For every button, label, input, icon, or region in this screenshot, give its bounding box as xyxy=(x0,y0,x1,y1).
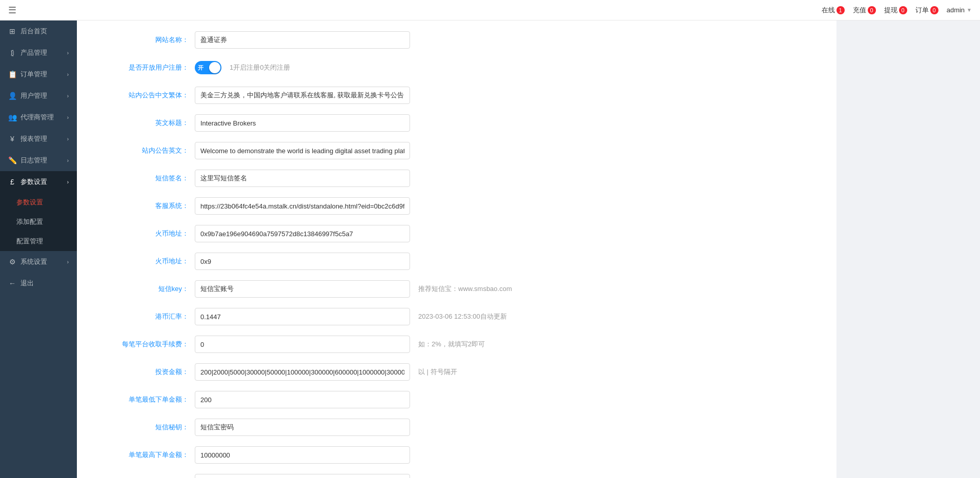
label-invest-amount: 投资金额： xyxy=(92,367,195,377)
sidebar-item-system[interactable]: ⚙ 系统设置 › xyxy=(0,251,77,273)
sidebar-item-agents[interactable]: 👥 代理商管理 › xyxy=(0,107,77,128)
sidebar-item-params[interactable]: £ 参数设置 › xyxy=(0,171,77,193)
input-huobi-address2[interactable] xyxy=(195,253,410,270)
input-sms-key[interactable] xyxy=(195,280,410,298)
form-row-min-order: 单笔最低下单金额： xyxy=(92,390,821,409)
params-submenu: 参数设置 添加配置 配置管理 xyxy=(0,193,77,251)
input-sms-secret[interactable] xyxy=(195,419,410,436)
form-row-invest-amount: 投资金额： 以 | 符号隔开 xyxy=(92,363,821,381)
input-max-order[interactable] xyxy=(195,446,410,464)
form-row-huobi-address2: 火币地址： xyxy=(92,252,821,271)
form-row-en-title: 英文标题： xyxy=(92,114,821,132)
withdraw-badge: 提现 0 xyxy=(884,6,907,15)
label-notice-en: 站内公告英文： xyxy=(92,146,195,155)
input-sms-template[interactable] xyxy=(195,474,410,478)
form-row-customer-service: 客服系统： xyxy=(92,197,821,215)
system-icon: ⚙ xyxy=(8,258,16,266)
admin-name: admin xyxy=(947,6,965,14)
main-layout: ⊞ 后台首页 ₿ 产品管理 › 📋 订单管理 › 👤 用户管理 › 👥 代理商管… xyxy=(0,20,980,478)
form-row-huobi-address1: 火币地址： xyxy=(92,224,821,243)
products-arrow-icon: › xyxy=(67,50,69,56)
sidebar-label-params: 参数设置 xyxy=(21,177,47,186)
label-platform-fee: 每笔平台收取手续费： xyxy=(92,340,195,349)
sidebar-label-agents: 代理商管理 xyxy=(21,113,54,122)
input-sms-sign[interactable] xyxy=(195,170,410,187)
logs-arrow-icon: › xyxy=(67,158,69,163)
form-row-notice-en: 站内公告英文： xyxy=(92,141,821,160)
recharge-count: 0 xyxy=(868,6,876,14)
input-en-title[interactable] xyxy=(195,114,410,132)
withdraw-count: 0 xyxy=(899,6,907,14)
admin-arrow-icon: ▼ xyxy=(967,7,972,13)
sidebar-sub-add-config[interactable]: 添加配置 xyxy=(0,212,77,232)
hint-hk-rate: 2023-03-06 12:53:00自动更新 xyxy=(418,312,507,321)
input-platform-fee[interactable] xyxy=(195,336,410,353)
form-row-sms-template: 短信模板： xyxy=(92,473,821,478)
logs-icon: ✏️ xyxy=(8,156,16,164)
admin-menu[interactable]: admin ▼ xyxy=(947,6,972,14)
toggle-user-register[interactable]: 开 xyxy=(195,61,221,74)
dashboard-icon: ⊞ xyxy=(8,27,16,35)
hamburger-icon[interactable]: ☰ xyxy=(8,5,16,16)
header-left: ☰ xyxy=(8,5,16,16)
sidebar-label-products: 产品管理 xyxy=(21,48,47,57)
products-icon: ₿ xyxy=(8,49,16,57)
online-count: 1 xyxy=(836,6,845,14)
input-notice-en[interactable] xyxy=(195,142,410,159)
sidebar-label-logs: 日志管理 xyxy=(21,156,47,165)
hint-invest-amount: 以 | 符号隔开 xyxy=(418,367,457,377)
params-icon: £ xyxy=(8,178,16,186)
main-content: 网站名称： 是否开放用户注册： 开 1开启注册0关闭注册 站内公告中文繁体： xyxy=(77,20,836,478)
label-max-order: 单笔最高下单金额： xyxy=(92,450,195,460)
input-notice-cn[interactable] xyxy=(195,87,410,104)
order-label: 订单 xyxy=(915,6,929,15)
agents-arrow-icon: › xyxy=(67,115,69,120)
label-huobi-address2: 火币地址： xyxy=(92,257,195,266)
input-invest-amount[interactable] xyxy=(195,363,410,381)
orders-arrow-icon: › xyxy=(67,72,69,77)
right-panel xyxy=(836,20,980,478)
input-hk-rate[interactable] xyxy=(195,308,410,325)
label-en-title: 英文标题： xyxy=(92,118,195,128)
hint-platform-fee: 如：2%，就填写2即可 xyxy=(418,340,485,349)
sidebar: ⊞ 后台首页 ₿ 产品管理 › 📋 订单管理 › 👤 用户管理 › 👥 代理商管… xyxy=(0,20,77,478)
sidebar-label-orders: 订单管理 xyxy=(21,70,47,79)
sidebar-label-reports: 报表管理 xyxy=(21,134,47,143)
orders-icon: 📋 xyxy=(8,70,16,78)
label-site-name: 网站名称： xyxy=(92,35,195,45)
input-huobi-address1[interactable] xyxy=(195,225,410,242)
input-min-order[interactable] xyxy=(195,391,410,408)
sidebar-item-logs[interactable]: ✏️ 日志管理 › xyxy=(0,150,77,171)
sidebar-sub-config-manage[interactable]: 配置管理 xyxy=(0,232,77,251)
sidebar-sub-params-settings[interactable]: 参数设置 xyxy=(0,193,77,212)
sidebar-item-reports[interactable]: ¥ 报表管理 › xyxy=(0,128,77,150)
agents-icon: 👥 xyxy=(8,113,16,121)
sidebar-item-users[interactable]: 👤 用户管理 › xyxy=(0,85,77,107)
input-site-name[interactable] xyxy=(195,31,410,49)
toggle-knob xyxy=(209,62,220,73)
label-notice-cn: 站内公告中文繁体： xyxy=(92,91,195,100)
sidebar-item-dashboard[interactable]: ⊞ 后台首页 xyxy=(0,20,77,42)
logout-icon: ← xyxy=(8,279,16,287)
users-arrow-icon: › xyxy=(67,93,69,99)
form-row-user-register: 是否开放用户注册： 开 1开启注册0关闭注册 xyxy=(92,58,821,77)
order-count: 0 xyxy=(930,6,938,14)
hint-user-register: 1开启注册0关闭注册 xyxy=(230,63,290,72)
sidebar-label-system: 系统设置 xyxy=(21,257,47,266)
order-badge: 订单 0 xyxy=(915,6,938,15)
reports-icon: ¥ xyxy=(8,135,16,143)
system-arrow-icon: › xyxy=(67,259,69,265)
form-row-sms-sign: 短信签名： xyxy=(92,169,821,188)
form-row-site-name: 网站名称： xyxy=(92,31,821,49)
sidebar-item-logout[interactable]: ← 退出 xyxy=(0,273,77,294)
sidebar-item-products[interactable]: ₿ 产品管理 › xyxy=(0,42,77,64)
label-customer-service: 客服系统： xyxy=(92,201,195,211)
params-arrow-icon: › xyxy=(67,179,69,185)
form-row-platform-fee: 每笔平台收取手续费： 如：2%，就填写2即可 xyxy=(92,335,821,354)
sidebar-item-orders[interactable]: 📋 订单管理 › xyxy=(0,64,77,85)
input-customer-service[interactable] xyxy=(195,197,410,215)
recharge-label: 充值 xyxy=(853,6,866,15)
online-badge: 在线 1 xyxy=(822,6,845,15)
form-row-notice-cn: 站内公告中文繁体： xyxy=(92,86,821,105)
toggle-switch[interactable]: 开 xyxy=(195,61,221,74)
